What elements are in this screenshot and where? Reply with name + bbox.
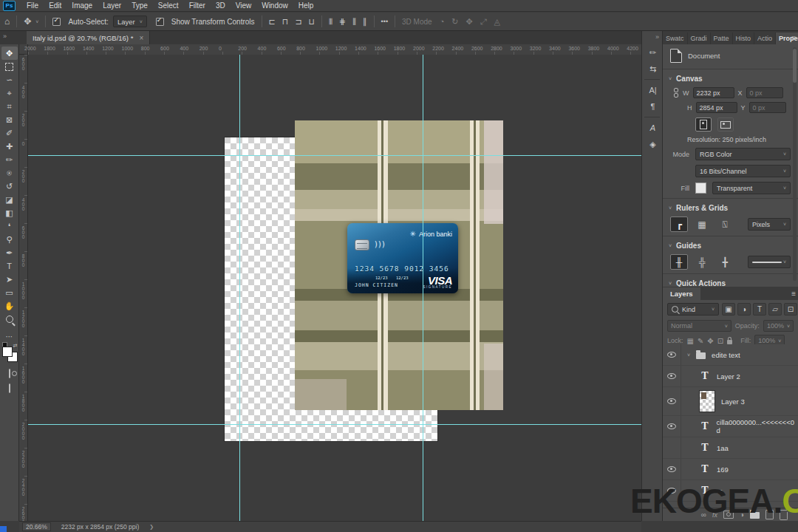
layer-name[interactable]: 1aa xyxy=(717,444,729,452)
color-mode-select[interactable]: RGB Color ˅ xyxy=(695,148,791,160)
swap-colors-icon[interactable]: ⇄ xyxy=(13,343,18,349)
paragraph-panel-icon[interactable]: ¶ xyxy=(642,98,664,115)
chevron-down-icon[interactable]: ˅ xyxy=(687,352,690,358)
blur-tool[interactable]: ❛ xyxy=(1,219,18,233)
width-field[interactable]: 2232 px xyxy=(693,87,734,98)
3d-orbit-icon[interactable]: ◔ xyxy=(440,17,445,26)
healing-brush-tool[interactable]: ✚ xyxy=(1,140,18,153)
orientation-portrait-button[interactable] xyxy=(695,117,712,132)
layer-row[interactable]: T1aa xyxy=(663,437,798,459)
crop-tool[interactable]: ⌗ xyxy=(1,100,18,113)
guide-horizontal-2[interactable] xyxy=(28,424,641,425)
x-field[interactable]: 0 px xyxy=(746,87,783,98)
layer-row[interactable]: Tcilla0000000...<<<<<<<0 d xyxy=(663,416,798,437)
document-tab[interactable]: Italy id.psd @ 20.7% (RGB/16) * × xyxy=(27,31,150,44)
properties-scrollbar[interactable] xyxy=(793,47,797,281)
menu-help[interactable]: Help xyxy=(293,1,319,10)
color-swatches[interactable]: ⇄ xyxy=(2,345,17,363)
layer-name[interactable]: cilla0000000...<<<<<<<0 d xyxy=(717,418,798,434)
visibility-toggle[interactable] xyxy=(663,387,681,415)
layer-row[interactable]: TLayer 2 xyxy=(663,366,798,387)
menu-image[interactable]: Image xyxy=(66,1,98,10)
menu-layer[interactable]: Layer xyxy=(98,1,126,10)
visibility-toggle[interactable] xyxy=(663,366,681,386)
dodge-tool[interactable]: ⚲ xyxy=(1,233,18,246)
bit-depth-select[interactable]: 16 Bits/Channel ˅ xyxy=(695,165,791,177)
fill-select[interactable]: Transparent ˅ xyxy=(712,182,791,194)
vertical-ruler[interactable]: 6 0 04 0 02 0 002 0 04 0 06 0 08 0 01 0 … xyxy=(19,55,28,521)
zoom-level-field[interactable]: 20.66% xyxy=(22,522,51,531)
path-selection-tool[interactable]: ➤ xyxy=(1,273,18,286)
align-bottom-edges-icon[interactable]: ⊔ xyxy=(309,17,316,26)
menu-view[interactable]: View xyxy=(231,1,257,10)
distribute-right-icon[interactable]: ⫼ xyxy=(352,17,356,26)
filter-adjustment-layers-icon[interactable]: ◑ xyxy=(737,303,751,316)
status-chevron-icon[interactable]: ❯ xyxy=(149,524,154,530)
clone-stamp-tool[interactable]: ⍟ xyxy=(1,166,18,180)
guide-horizontal-1[interactable] xyxy=(28,155,641,156)
history-brush-tool[interactable]: ↺ xyxy=(1,180,18,193)
auto-select-dropdown[interactable]: Layer ˅ xyxy=(113,16,147,27)
align-left-edges-icon[interactable]: ⊏ xyxy=(269,17,276,26)
layer-name[interactable]: Layer 2 xyxy=(717,372,740,381)
guide-style-select[interactable]: ˅ xyxy=(748,256,791,268)
frame-tool[interactable]: ⊠ xyxy=(1,113,18,126)
pen-tool[interactable]: ✒ xyxy=(1,246,18,259)
type-tool[interactable]: T xyxy=(1,259,18,273)
tab-histo[interactable]: Histo xyxy=(733,33,755,44)
auto-select-checkbox[interactable] xyxy=(52,18,61,26)
grid-toggle-icon[interactable]: ▦ xyxy=(693,216,711,232)
filter-smart-objects-icon[interactable]: ⊡ xyxy=(784,303,797,316)
layer-row[interactable]: ˅edite text xyxy=(663,344,798,366)
foreground-color-swatch[interactable] xyxy=(2,347,13,357)
close-tab-icon[interactable]: × xyxy=(139,34,143,42)
tab-actio[interactable]: Actio xyxy=(754,33,776,44)
3d-pan-icon[interactable]: ✥ xyxy=(466,17,473,26)
layers-menu-icon[interactable]: ≡ xyxy=(791,290,796,298)
hand-tool[interactable]: ✋ xyxy=(1,299,18,313)
marquee-tool[interactable] xyxy=(1,60,18,73)
visibility-toggle[interactable] xyxy=(663,344,681,365)
rulers-grids-section-header[interactable]: ˅ Rulers & Grids xyxy=(663,200,798,214)
screen-mode-button[interactable] xyxy=(9,384,10,392)
gradient-tool[interactable]: ◧ xyxy=(1,206,18,219)
chevron-down-icon[interactable]: ˅ xyxy=(35,19,38,24)
menu-file[interactable]: File xyxy=(21,1,44,10)
guides-section-header[interactable]: ˅ Guides xyxy=(663,238,798,252)
guide-vertical-2[interactable] xyxy=(423,55,423,521)
canvas-section-header[interactable]: ˅ Canvas xyxy=(663,71,798,85)
more-options-icon[interactable]: ••• xyxy=(381,17,388,26)
quick-actions-section-header[interactable]: ˅ Quick Actions xyxy=(663,276,798,287)
visibility-toggle[interactable] xyxy=(663,416,681,437)
units-select[interactable]: Pixels ˅ xyxy=(748,218,791,231)
snap-toggle-icon[interactable]: ⍂ xyxy=(716,216,734,232)
clear-guides-icon[interactable]: ╋ xyxy=(716,254,734,270)
rulers-toggle-icon[interactable]: ┏ xyxy=(670,216,688,232)
lock-pixels-icon[interactable]: ✎ xyxy=(698,337,703,345)
lasso-tool[interactable]: ∽ xyxy=(1,73,18,86)
3d-panel-icon[interactable]: ◈ xyxy=(642,136,664,152)
filter-shape-layers-icon[interactable]: ▱ xyxy=(768,303,782,316)
menu-select[interactable]: Select xyxy=(153,1,184,10)
layer-row[interactable]: T169 xyxy=(663,459,798,480)
panel-menu-icon[interactable]: ≡ xyxy=(791,34,796,42)
collapse-tools-icon[interactable]: » xyxy=(3,33,7,40)
lock-transparency-icon[interactable]: ▦ xyxy=(687,337,694,345)
distribute-vertical-icon[interactable]: ∥ xyxy=(363,17,367,26)
lock-guides-icon[interactable]: ╬ xyxy=(693,254,711,270)
visibility-toggle[interactable] xyxy=(663,459,681,480)
guide-vertical-1[interactable] xyxy=(239,55,240,521)
layers-tab[interactable]: Layers xyxy=(663,287,700,300)
menu-edit[interactable]: Edit xyxy=(44,1,66,10)
lock-artboard-icon[interactable]: ⊡ xyxy=(717,337,723,345)
orientation-landscape-button[interactable] xyxy=(717,117,734,132)
brush-settings-icon[interactable]: ✏ xyxy=(642,44,664,61)
3d-camera-icon[interactable]: ◬ xyxy=(494,17,500,26)
move-tool[interactable]: ✥ xyxy=(1,47,18,60)
brush-tool[interactable]: ✏ xyxy=(1,153,18,166)
distribute-centers-icon[interactable]: ⋕ xyxy=(339,17,346,26)
opacity-field[interactable]: 100% ˅ xyxy=(763,320,794,332)
move-tool-icon[interactable]: ✥ xyxy=(24,17,31,26)
glyphs-panel-icon[interactable]: A xyxy=(642,120,664,136)
layer-name[interactable]: 169 xyxy=(717,466,729,474)
